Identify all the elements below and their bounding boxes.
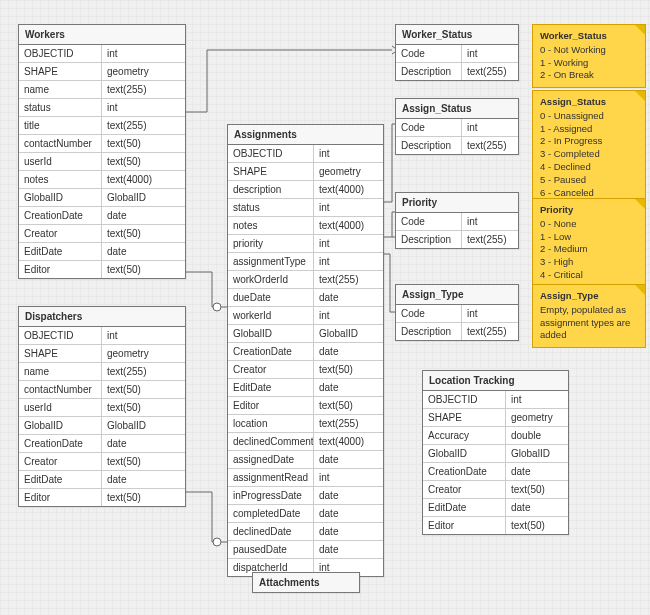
field-name: SHAPE [19, 345, 102, 362]
entity-assign-status: Assign_Status CodeintDescriptiontext(255… [395, 98, 519, 155]
note-line: 4 - Declined [540, 161, 638, 174]
field-name: assignmentRead [228, 469, 314, 486]
field-type: text(255) [102, 363, 185, 380]
field-type: date [506, 463, 568, 480]
field-name: userId [19, 399, 102, 416]
field-type: date [314, 289, 383, 306]
entity-title: Attachments [253, 573, 359, 592]
field-name: title [19, 117, 102, 134]
field-name: Description [396, 231, 462, 248]
field-row: Creatortext(50) [423, 480, 568, 498]
field-type: int [314, 145, 383, 162]
field-row: assignedDatedate [228, 450, 383, 468]
field-name: Creator [423, 481, 506, 498]
field-row: SHAPEgeometry [423, 408, 568, 426]
note-title: Assign_Status [540, 96, 638, 109]
field-type: int [102, 327, 185, 344]
field-name: Creator [19, 453, 102, 470]
entity-body: CodeintDescriptiontext(255) [396, 213, 518, 248]
field-row: notestext(4000) [19, 170, 185, 188]
field-name: contactNumber [19, 381, 102, 398]
field-type: date [506, 499, 568, 516]
note-line: 1 - Working [540, 57, 638, 70]
field-row: pausedDatedate [228, 540, 383, 558]
field-type: date [102, 435, 185, 452]
field-row: Codeint [396, 119, 518, 136]
field-name: description [228, 181, 314, 198]
field-type: text(4000) [102, 171, 185, 188]
field-name: notes [228, 217, 314, 234]
entity-body: CodeintDescriptiontext(255) [396, 119, 518, 154]
entity-priority: Priority CodeintDescriptiontext(255) [395, 192, 519, 249]
field-row: declinedDatedate [228, 522, 383, 540]
field-row: SHAPEgeometry [19, 62, 185, 80]
note-line: 2 - Medium [540, 243, 638, 256]
field-row: Descriptiontext(255) [396, 322, 518, 340]
field-row: GlobalIDGlobalID [19, 416, 185, 434]
field-name: completedDate [228, 505, 314, 522]
field-name: SHAPE [423, 409, 506, 426]
field-row: workOrderIdtext(255) [228, 270, 383, 288]
entity-title: Workers [19, 25, 185, 45]
note-line: 1 - Low [540, 231, 638, 244]
note-priority: Priority 0 - None1 - Low2 - Medium3 - Hi… [532, 198, 646, 288]
field-type: text(255) [314, 415, 383, 432]
note-line: 1 - Assigned [540, 123, 638, 136]
field-name: CreationDate [19, 435, 102, 452]
field-type: geometry [506, 409, 568, 426]
field-name: SHAPE [19, 63, 102, 80]
field-name: EditDate [19, 243, 102, 260]
field-name: declinedComment [228, 433, 314, 450]
field-type: int [314, 253, 383, 270]
field-row: OBJECTIDint [19, 45, 185, 62]
field-name: Creator [228, 361, 314, 378]
field-row: contactNumbertext(50) [19, 134, 185, 152]
field-name: name [19, 363, 102, 380]
entity-body: OBJECTIDintSHAPEgeometrynametext(255)sta… [19, 45, 185, 278]
field-row: Codeint [396, 305, 518, 322]
entity-workers: Workers OBJECTIDintSHAPEgeometrynametext… [18, 24, 186, 279]
note-line: 0 - Not Working [540, 44, 638, 57]
field-row: SHAPEgeometry [19, 344, 185, 362]
field-type: int [314, 235, 383, 252]
field-name: Description [396, 137, 462, 154]
note-line: 0 - Unassigned [540, 110, 638, 123]
field-name: location [228, 415, 314, 432]
field-row: statusint [228, 198, 383, 216]
field-type: date [314, 487, 383, 504]
field-type: int [462, 213, 518, 230]
field-type: date [102, 207, 185, 224]
field-row: EditDatedate [19, 242, 185, 260]
note-line: 0 - None [540, 218, 638, 231]
field-row: titletext(255) [19, 116, 185, 134]
entity-dispatchers: Dispatchers OBJECTIDintSHAPEgeometryname… [18, 306, 186, 507]
entity-body: OBJECTIDintSHAPEgeometrynametext(255)con… [19, 327, 185, 506]
field-type: text(50) [506, 481, 568, 498]
field-type: date [314, 541, 383, 558]
field-row: descriptiontext(4000) [228, 180, 383, 198]
entity-body: CodeintDescriptiontext(255) [396, 45, 518, 80]
field-name: workOrderId [228, 271, 314, 288]
field-name: dueDate [228, 289, 314, 306]
field-name: status [228, 199, 314, 216]
note-line: 4 - Critical [540, 269, 638, 282]
note-line: 5 - Paused [540, 174, 638, 187]
entity-body: OBJECTIDintSHAPEgeometryAccuracydoubleGl… [423, 391, 568, 534]
field-type: text(255) [462, 63, 518, 80]
field-row: workerIdint [228, 306, 383, 324]
note-worker-status: Worker_Status 0 - Not Working1 - Working… [532, 24, 646, 88]
field-name: CreationDate [228, 343, 314, 360]
entity-title: Worker_Status [396, 25, 518, 45]
entity-title: Dispatchers [19, 307, 185, 327]
field-row: userIdtext(50) [19, 398, 185, 416]
field-row: Accuracydouble [423, 426, 568, 444]
field-type: text(50) [506, 517, 568, 534]
field-name: EditDate [228, 379, 314, 396]
field-type: text(50) [314, 397, 383, 414]
field-type: date [314, 343, 383, 360]
field-name: pausedDate [228, 541, 314, 558]
field-name: status [19, 99, 102, 116]
field-type: GlobalID [102, 189, 185, 206]
field-name: Description [396, 63, 462, 80]
field-row: Codeint [396, 45, 518, 62]
